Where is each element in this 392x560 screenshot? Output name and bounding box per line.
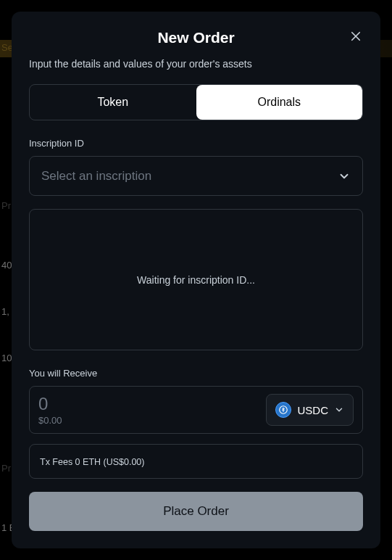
receive-fiat-value: $0.00: [38, 415, 62, 426]
chevron-down-icon: [338, 170, 351, 183]
inscription-preview-box: Waiting for inscription ID...: [29, 209, 363, 350]
usdc-icon: [275, 402, 291, 418]
tx-fees-text: Tx Fees 0 ETH (US$0.00): [40, 457, 145, 467]
receive-amount-input[interactable]: 0: [38, 395, 62, 413]
receive-amount-group: 0 $0.00: [38, 395, 62, 426]
inscription-id-label: Inscription ID: [29, 138, 363, 149]
inscription-select[interactable]: Select an inscription: [29, 156, 363, 197]
receive-box: 0 $0.00 USDC: [29, 386, 363, 434]
modal-title: New Order: [29, 29, 363, 46]
currency-selector[interactable]: USDC: [266, 394, 354, 426]
tab-token[interactable]: Token: [30, 85, 196, 120]
receive-label: You will Receive: [29, 368, 363, 379]
modal-header: New Order: [29, 29, 363, 46]
order-type-tabs: Token Ordinals: [29, 84, 363, 120]
currency-label: USDC: [297, 404, 328, 416]
close-button[interactable]: [346, 26, 366, 46]
inscription-placeholder: Select an inscription: [41, 169, 151, 184]
waiting-text: Waiting for inscription ID...: [137, 274, 255, 286]
modal-subtitle: Input the details and values of your ord…: [29, 58, 363, 70]
new-order-modal: New Order Input the details and values o…: [12, 12, 380, 548]
close-icon: [349, 30, 362, 43]
bottom-safe-area: [0, 548, 392, 560]
place-order-button[interactable]: Place Order: [29, 492, 363, 531]
chevron-down-icon: [334, 405, 344, 415]
tx-fees-box: Tx Fees 0 ETH (US$0.00): [29, 444, 363, 479]
tab-ordinals[interactable]: Ordinals: [196, 85, 363, 120]
